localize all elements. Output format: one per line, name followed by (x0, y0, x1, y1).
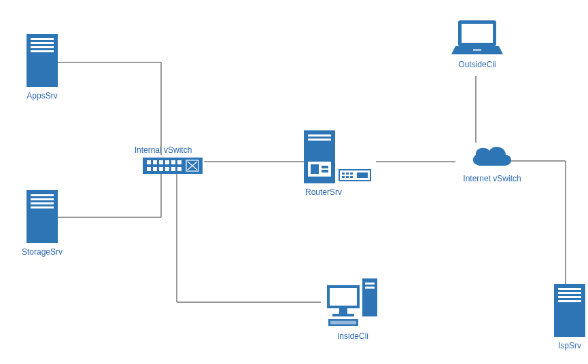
label-internet-vswitch: Internet vSwitch (451, 174, 533, 183)
node-router-srv: RouterSrv (304, 130, 379, 197)
desktop-icon (327, 278, 379, 327)
cloud-icon (468, 143, 517, 170)
laptop-icon (451, 20, 503, 56)
label-inside-cli: InsideCli (322, 331, 383, 341)
label-apps-srv: AppsSrv (15, 91, 69, 101)
router-icon (304, 130, 372, 183)
switch-icon (143, 158, 203, 174)
node-storage-srv: StorageSrv (15, 190, 69, 257)
node-isp-srv: IspSrv (549, 284, 588, 350)
label-storage-srv: StorageSrv (15, 247, 69, 257)
server-icon (27, 34, 58, 87)
node-internet-vswitch: Internet vSwitch (451, 143, 533, 183)
server-icon (27, 190, 58, 243)
node-outside-cli: OutsideCli (450, 20, 504, 69)
server-icon (554, 284, 585, 337)
label-router-srv: RouterSrv (305, 187, 379, 197)
label-isp-srv: IspSrv (549, 341, 588, 350)
node-inside-cli: InsideCli (322, 278, 383, 341)
node-apps-srv: AppsSrv (15, 34, 69, 101)
label-outside-cli: OutsideCli (450, 60, 504, 69)
node-internal-vswitch: Internal vSwitch (116, 141, 211, 174)
label-internal-vswitch: Internal vSwitch (116, 145, 211, 155)
